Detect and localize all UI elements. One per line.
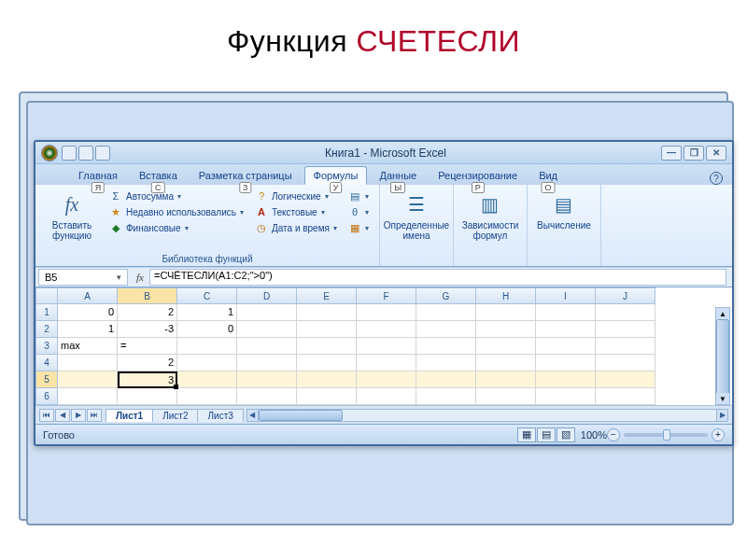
qat-save[interactable] <box>62 146 77 161</box>
cell[interactable] <box>118 388 177 405</box>
cell[interactable] <box>476 388 536 405</box>
row-header[interactable]: 1 <box>35 304 58 321</box>
cell[interactable]: 3 <box>118 371 177 388</box>
prev-sheet-button[interactable]: ◀ <box>55 409 70 422</box>
cell[interactable] <box>58 388 118 405</box>
date-time-button[interactable]: ◷Дата и время <box>252 220 340 235</box>
cell[interactable] <box>357 388 416 405</box>
cell[interactable] <box>177 355 237 371</box>
autosum-button[interactable]: ΣАвтосумма <box>106 189 247 203</box>
cell[interactable] <box>177 338 237 355</box>
cell[interactable] <box>536 371 596 388</box>
first-sheet-button[interactable]: ⏮ <box>39 409 54 422</box>
row-header[interactable]: 6 <box>35 388 58 405</box>
cell[interactable]: max <box>58 338 118 355</box>
scroll-left-icon[interactable]: ◀ <box>247 410 259 421</box>
scroll-down-icon[interactable]: ▼ <box>716 393 729 404</box>
logical-button[interactable]: ?Логические <box>252 189 340 203</box>
cell[interactable] <box>476 321 536 338</box>
cell[interactable] <box>476 338 536 355</box>
cell[interactable] <box>297 371 357 388</box>
calculation-button[interactable]: ▤ Вычисление <box>535 189 593 253</box>
cell[interactable] <box>596 355 655 371</box>
column-header[interactable]: J <box>596 287 655 304</box>
cell[interactable] <box>297 355 357 371</box>
insert-function-button[interactable]: fx Вставить функцию <box>43 189 101 253</box>
cell[interactable] <box>237 355 297 371</box>
sheet-tab-2[interactable]: Лист2 <box>152 409 198 422</box>
tab-formulas[interactable]: ФормулыУ <box>304 166 368 185</box>
tab-insert[interactable]: ВставкаС <box>130 166 187 185</box>
cell[interactable] <box>297 304 357 321</box>
cell[interactable] <box>596 388 655 405</box>
row-header[interactable]: 3 <box>35 338 58 355</box>
cell[interactable] <box>237 371 297 388</box>
scroll-up-icon[interactable]: ▲ <box>716 308 729 319</box>
cell[interactable] <box>536 338 596 355</box>
cell[interactable] <box>58 371 118 388</box>
qat-redo[interactable] <box>95 146 110 161</box>
last-sheet-button[interactable]: ⏭ <box>87 409 102 422</box>
cell[interactable] <box>476 304 536 321</box>
tab-view[interactable]: ВидО <box>529 166 567 185</box>
sheet-tab-1[interactable]: Лист1 <box>106 409 153 422</box>
cell[interactable] <box>596 304 655 321</box>
column-header[interactable]: G <box>416 287 476 304</box>
help-button[interactable]: ? <box>710 172 723 185</box>
cell[interactable] <box>237 338 297 355</box>
zoom-track[interactable] <box>624 433 708 437</box>
horizontal-scrollbar[interactable]: ◀ ▶ <box>247 409 728 422</box>
cell[interactable] <box>476 371 536 388</box>
cell[interactable]: 1 <box>177 304 237 321</box>
tab-page-layout[interactable]: Разметка страницыЗ <box>190 166 302 185</box>
cell[interactable]: 2 <box>118 355 177 371</box>
cell[interactable]: -3 <box>118 321 177 338</box>
more-functions-button[interactable]: ▦ <box>345 220 372 235</box>
cell[interactable] <box>416 355 476 371</box>
cell[interactable] <box>58 355 118 371</box>
cell[interactable]: 1 <box>58 321 118 338</box>
view-page-layout-button[interactable]: ▤ <box>537 427 556 442</box>
zoom-out-button[interactable]: − <box>607 428 620 441</box>
minimize-button[interactable]: — <box>661 146 682 161</box>
cell[interactable] <box>177 388 237 405</box>
scroll-thumb[interactable] <box>716 319 729 398</box>
cell[interactable] <box>357 355 416 371</box>
zoom-knob[interactable] <box>663 429 670 441</box>
cell[interactable] <box>536 304 596 321</box>
cell[interactable] <box>476 355 536 371</box>
math-button[interactable]: θ <box>345 204 372 219</box>
close-button[interactable]: ✕ <box>706 146 726 161</box>
cell[interactable] <box>536 388 596 405</box>
zoom-in-button[interactable]: + <box>712 428 725 441</box>
lookup-button[interactable]: ▤ <box>345 189 372 203</box>
cell[interactable] <box>596 338 655 355</box>
cell[interactable] <box>416 304 476 321</box>
cell[interactable] <box>297 388 357 405</box>
formula-auditing-button[interactable]: ▥ Зависимости формул <box>461 189 519 253</box>
cell[interactable] <box>596 371 655 388</box>
tab-home[interactable]: ГлавнаяЯ <box>69 166 127 185</box>
cell[interactable] <box>177 371 237 388</box>
column-header[interactable]: E <box>297 287 357 304</box>
zoom-slider[interactable]: − + <box>607 428 725 441</box>
cell[interactable] <box>536 355 596 371</box>
column-header[interactable]: A <box>58 287 118 304</box>
cell[interactable] <box>416 371 476 388</box>
row-header[interactable]: 2 <box>35 321 58 338</box>
sheet-tab-3[interactable]: Лист3 <box>197 409 243 422</box>
column-header[interactable]: C <box>177 287 237 304</box>
cell[interactable]: 0 <box>58 304 118 321</box>
name-box[interactable]: B5▾ <box>38 269 128 286</box>
scroll-thumb[interactable] <box>259 410 343 421</box>
cell[interactable] <box>357 371 416 388</box>
restore-button[interactable]: ❐ <box>684 146 704 161</box>
defined-names-button[interactable]: ☰ Определенные имена <box>388 189 445 253</box>
vertical-scrollbar[interactable]: ▲ ▼ <box>715 307 730 405</box>
column-header[interactable]: F <box>357 287 416 304</box>
cell[interactable] <box>237 321 297 338</box>
cell[interactable] <box>357 338 416 355</box>
row-header[interactable]: 4 <box>35 355 58 371</box>
text-button[interactable]: AТекстовые <box>252 204 340 219</box>
row-header[interactable]: 5 <box>35 371 58 388</box>
